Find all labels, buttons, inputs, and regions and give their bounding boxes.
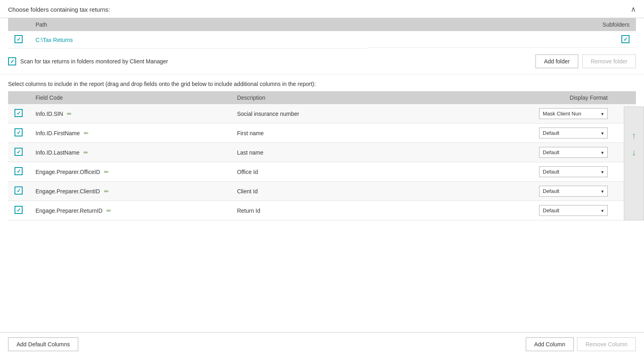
col-header-field-code: Field Code <box>29 91 230 104</box>
scan-checkbox[interactable] <box>8 57 16 65</box>
column-row: Engage.Preparer.ClientID✏Client IdDefaul… <box>8 182 636 201</box>
edit-field-icon[interactable]: ✏ <box>104 188 109 195</box>
field-code-text: Info.ID.FirstName <box>36 130 80 136</box>
add-column-button[interactable]: Add Column <box>526 337 574 351</box>
column-row: Engage.Preparer.ReturnID✏Return IdDefaul… <box>8 201 636 220</box>
move-down-button[interactable] <box>632 148 636 157</box>
arrow-controls <box>624 107 644 220</box>
column-row: Engage.Preparer.OfficeID✏Office IdDefaul… <box>8 162 636 182</box>
folders-section: Path Subfolders C:\Tax Returns <box>0 18 644 49</box>
instruction-text: Select columns to include in the report … <box>0 74 644 91</box>
display-format-select-wrapper: DefaultNone <box>539 186 608 197</box>
folders-col-checkbox <box>8 18 29 31</box>
folders-table: Path Subfolders C:\Tax Returns <box>8 18 636 49</box>
column-checkbox[interactable] <box>15 148 23 156</box>
edit-field-icon[interactable]: ✏ <box>84 130 89 136</box>
folder-row: C:\Tax Returns <box>8 31 636 49</box>
column-row: Info.ID.FirstName✏First nameDefaultNone <box>8 124 636 143</box>
add-default-columns-button[interactable]: Add Default Columns <box>8 337 78 351</box>
move-up-button[interactable] <box>632 131 636 140</box>
display-format-select[interactable]: Mask Client NunDefaultNone <box>539 108 608 119</box>
folder-checkbox[interactable] <box>15 35 23 43</box>
col-header-display-format: Display Format <box>401 91 636 104</box>
display-format-select-wrapper: Mask Client NunDefaultNone <box>539 108 608 119</box>
column-row: Info.ID.LastName✏Last nameDefaultNone <box>8 143 636 162</box>
display-format-select-wrapper: DefaultNone <box>539 205 608 216</box>
add-folder-button[interactable]: Add folder <box>535 54 578 68</box>
columns-table: Field Code Description Display Format In… <box>8 91 636 220</box>
column-row: Info.ID.SIN✏Social insurance numberMask … <box>8 104 636 124</box>
field-code-text: Engage.Preparer.ReturnID <box>36 207 102 214</box>
column-checkbox[interactable] <box>15 167 23 175</box>
collapse-icon[interactable]: ∧ <box>631 5 636 14</box>
display-format-select-wrapper: DefaultNone <box>539 147 608 158</box>
col-header-checkbox <box>8 91 29 104</box>
display-format-select-wrapper: DefaultNone <box>539 128 608 138</box>
display-format-select[interactable]: DefaultNone <box>539 128 608 138</box>
field-description: Client Id <box>230 182 401 201</box>
scan-label: Scan for tax returns in folders monitore… <box>20 58 531 65</box>
field-code-text: Engage.Preparer.ClientID <box>36 188 100 195</box>
field-description: Last name <box>230 143 401 162</box>
field-description: Office Id <box>230 162 401 182</box>
edit-field-icon[interactable]: ✏ <box>107 207 111 214</box>
display-format-select[interactable]: DefaultNone <box>539 147 608 158</box>
page-title: Choose folders containing tax returns: <box>8 6 110 13</box>
col-header-description: Description <box>230 91 401 104</box>
folders-col-subfolders: Subfolders <box>367 18 636 31</box>
remove-column-button[interactable]: Remove Column <box>577 337 636 351</box>
scan-row: Scan for tax returns in folders monitore… <box>0 49 644 74</box>
edit-field-icon[interactable]: ✏ <box>67 111 72 117</box>
display-format-select[interactable]: DefaultNone <box>539 186 608 197</box>
edit-field-icon[interactable]: ✏ <box>104 169 109 175</box>
field-code-text: Info.ID.LastName <box>36 149 79 156</box>
columns-section: Field Code Description Display Format In… <box>0 91 644 220</box>
field-description: Return Id <box>230 201 401 220</box>
field-code-text: Info.ID.SIN <box>36 111 63 117</box>
display-format-select[interactable]: DefaultNone <box>539 166 608 177</box>
folders-col-path: Path <box>29 18 367 31</box>
field-description: Social insurance number <box>230 104 401 124</box>
bottom-bar: Add Default Columns Add Column Remove Co… <box>0 332 644 356</box>
column-checkbox[interactable] <box>15 206 23 214</box>
folder-path-link[interactable]: C:\Tax Returns <box>36 37 73 43</box>
remove-folder-button[interactable]: Remove folder <box>582 54 636 68</box>
field-code-text: Engage.Preparer.OfficeID <box>36 169 100 175</box>
subfolder-checkbox[interactable] <box>621 35 629 43</box>
display-format-select-wrapper: DefaultNone <box>539 166 608 177</box>
column-checkbox[interactable] <box>15 128 23 136</box>
header-bar: Choose folders containing tax returns: ∧ <box>0 0 644 18</box>
field-description: First name <box>230 124 401 143</box>
edit-field-icon[interactable]: ✏ <box>84 149 88 156</box>
column-checkbox[interactable] <box>15 109 23 117</box>
column-checkbox[interactable] <box>15 186 23 195</box>
display-format-select[interactable]: DefaultNone <box>539 205 608 216</box>
